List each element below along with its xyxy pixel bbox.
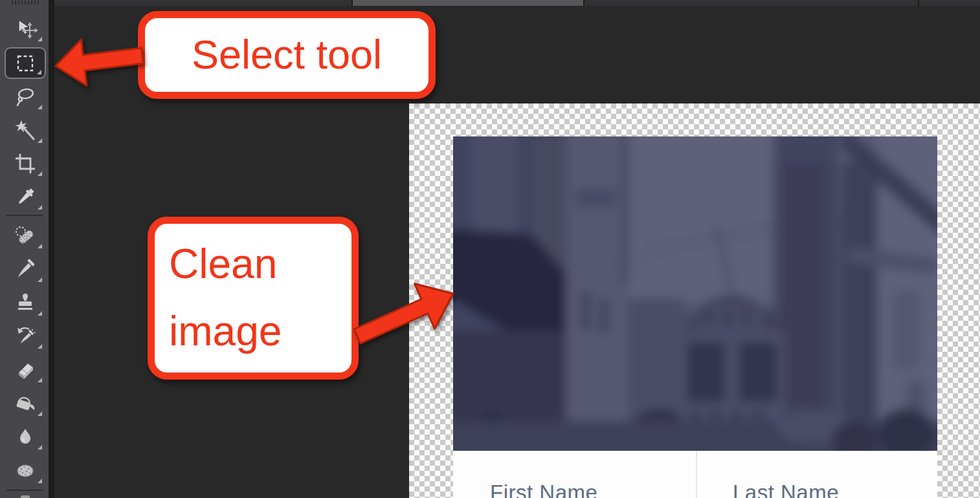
bandage-icon <box>12 223 38 249</box>
select-tool-callout-label: Select tool <box>192 32 382 77</box>
select-tool-arrow <box>48 34 146 96</box>
tool-move[interactable] <box>5 14 45 45</box>
paint-bucket-icon <box>12 391 38 417</box>
tool-brush[interactable] <box>5 254 45 285</box>
flyout-indicator <box>38 378 42 382</box>
tool-partial-bottom[interactable] <box>21 495 30 498</box>
flyout-indicator <box>38 277 42 282</box>
crop-icon <box>12 151 38 177</box>
flyout-indicator <box>38 244 42 248</box>
palette-drag-grip[interactable] <box>12 1 39 5</box>
flyout-indicator <box>38 37 42 41</box>
window-tab-divider <box>918 0 919 6</box>
tool-clone-stamp[interactable] <box>5 288 45 319</box>
tool-history-brush[interactable] <box>5 321 45 352</box>
tool-eraser[interactable] <box>5 354 45 385</box>
move-icon <box>12 16 38 42</box>
flyout-indicator <box>38 205 42 210</box>
street-photo-image <box>453 136 937 451</box>
flyout-indicator <box>38 105 42 109</box>
flyout-indicator <box>38 138 42 143</box>
flyout-indicator <box>38 479 42 483</box>
tool-sponge[interactable] <box>5 455 45 486</box>
brush-icon <box>12 257 38 283</box>
tool-blur[interactable] <box>5 422 45 453</box>
water-drop-icon <box>12 424 38 450</box>
design-form-panel: First Name Last Name <box>453 451 937 498</box>
history-brush-icon <box>12 323 38 349</box>
tools-palette <box>0 0 54 498</box>
tool-group-divider <box>6 215 43 216</box>
magic-wand-icon <box>12 118 38 144</box>
select-tool-callout: Select tool <box>138 11 436 99</box>
clean-image-callout-label: Clean image <box>169 241 282 354</box>
sponge-icon <box>12 458 38 484</box>
tool-magic-wand[interactable] <box>5 115 45 146</box>
flyout-indicator <box>37 70 41 74</box>
tool-eyedropper[interactable] <box>5 182 45 213</box>
form-column-divider <box>696 451 697 498</box>
window-tab-strip <box>54 0 980 6</box>
clean-image-callout: Clean image <box>148 217 359 380</box>
clean-image-arrow <box>353 266 457 352</box>
tool-lasso[interactable] <box>5 81 45 113</box>
photo-layer[interactable] <box>453 136 937 451</box>
flyout-indicator <box>38 411 42 416</box>
flyout-indicator <box>38 171 42 176</box>
first-name-label: First Name <box>490 481 597 498</box>
photo-editor-window: { "toolbar": { "selected_tool": "Rectang… <box>0 0 980 498</box>
eraser-icon <box>12 357 38 383</box>
tool-rectangular-marquee[interactable] <box>5 47 46 79</box>
tool-crop[interactable] <box>5 148 45 179</box>
flyout-indicator <box>38 311 42 316</box>
window-tab-selected[interactable] <box>351 0 585 6</box>
flyout-indicator <box>38 344 42 349</box>
tool-paint-bucket[interactable] <box>5 388 45 419</box>
flyout-indicator <box>38 445 42 449</box>
tool-healing-bandage[interactable] <box>5 221 45 252</box>
last-name-label: Last Name <box>733 481 839 498</box>
eyedropper-icon <box>12 184 38 210</box>
tool-group-divider <box>6 490 43 491</box>
lasso-icon <box>12 84 38 110</box>
marquee-icon <box>12 50 38 76</box>
clone-stamp-icon <box>12 290 38 316</box>
